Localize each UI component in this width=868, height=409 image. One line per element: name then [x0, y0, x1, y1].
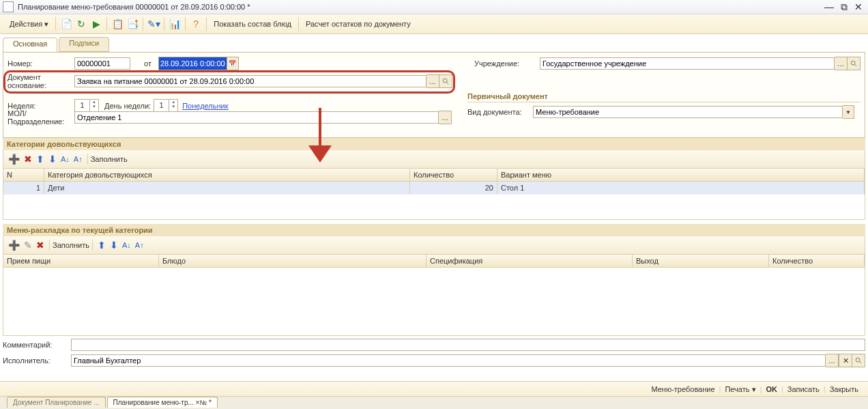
doc-basis-input[interactable]	[74, 75, 426, 87]
menu-toolbar: ➕ ✎ ✖ Заполнить ⬆ ⬇ A↓ A↑	[3, 236, 865, 255]
doc-type-dropdown[interactable]: ▼	[843, 105, 854, 119]
comment-input[interactable]	[71, 339, 865, 351]
mol-input[interactable]	[74, 111, 439, 124]
executor-ellipsis[interactable]: …	[826, 354, 839, 367]
refresh-icon[interactable]: ↻	[75, 18, 87, 30]
status-tab[interactable]: Документ Планирование ...	[7, 397, 106, 408]
calc-balances-button[interactable]: Расчет остатков по документу	[302, 18, 415, 29]
status-tab-active[interactable]: Планирование меню-тр... ×№ *	[107, 397, 218, 408]
from-label: от	[144, 59, 151, 68]
col-qty[interactable]: Количество	[769, 255, 865, 267]
close-button[interactable]: Закрыть	[830, 385, 858, 393]
search-icon	[442, 78, 449, 85]
menu-fill-button[interactable]: Заполнить	[53, 241, 89, 249]
executor-input[interactable]	[71, 354, 826, 367]
close-icon[interactable]: ✕	[854, 2, 863, 12]
svg-line-3	[447, 83, 449, 85]
sort-desc-icon[interactable]: A↑	[74, 154, 83, 164]
add-icon[interactable]: ➕	[8, 154, 20, 164]
move-down-icon[interactable]: ⬇	[110, 240, 118, 250]
delete-icon[interactable]: ✖	[36, 240, 44, 250]
executor-clear[interactable]: ✕	[839, 354, 852, 367]
move-up-icon[interactable]: ⬆	[98, 240, 106, 250]
actions-button[interactable]: Действия ▾	[5, 18, 53, 30]
categories-toolbar: ➕ ✖ ⬆ ⬇ A↓ A↑ Заполнить	[3, 150, 865, 169]
svg-line-7	[860, 362, 862, 364]
help-icon[interactable]: ?	[190, 18, 202, 30]
save-button[interactable]: Записать	[787, 385, 820, 393]
executor-label: Исполнитель:	[3, 356, 71, 365]
sort-desc-icon[interactable]: A↑	[135, 240, 144, 250]
copy-icon[interactable]: 📋	[111, 18, 124, 30]
cats-fill-button[interactable]: Заполнить	[91, 155, 128, 163]
categories-grid: N Категория довольствующихся Количество …	[3, 169, 865, 220]
doc-type-label: Вид документа:	[467, 108, 533, 116]
date-input[interactable]: 28.09.2016 0:00:00	[158, 57, 227, 70]
primary-doc-block: Первичный документ Вид документа: ▼	[467, 92, 860, 119]
svg-point-0	[851, 61, 855, 65]
sort-asc-icon[interactable]: A↓	[61, 154, 70, 164]
doc-type-input[interactable]	[533, 106, 843, 118]
comment-label: Комментарий:	[3, 341, 71, 349]
institution-ellipsis[interactable]: …	[835, 57, 848, 70]
number-input[interactable]	[74, 57, 130, 70]
doc-basis-label: Документоснование:	[8, 73, 74, 89]
show-dishes-button[interactable]: Показать состав блюд	[209, 18, 295, 29]
document-icon	[3, 1, 14, 12]
go-icon[interactable]: ▶	[90, 18, 102, 30]
weekday-spinner[interactable]: 1▲▼	[154, 99, 178, 113]
minimize-icon[interactable]: —	[824, 2, 834, 12]
add-icon[interactable]: ➕	[8, 240, 20, 250]
mol-label: МОЛ/Подразделение:	[8, 109, 74, 126]
header-panel: Номер: от 28.09.2016 0:00:00 📅 Учреждени…	[3, 52, 865, 138]
restore-icon[interactable]: ⧉	[841, 2, 848, 12]
doc-basis-ellipsis[interactable]: …	[426, 74, 439, 88]
doc-basis-search[interactable]	[439, 74, 452, 88]
mol-ellipsis[interactable]: …	[439, 111, 452, 124]
tab-main[interactable]: Основная	[3, 38, 57, 53]
col-meal[interactable]: Прием пищи	[3, 255, 159, 267]
svg-point-6	[856, 358, 860, 362]
number-label: Номер:	[8, 59, 74, 68]
svg-point-2	[443, 79, 447, 83]
print-button[interactable]: Печать ▾	[725, 385, 755, 394]
nav-icon[interactable]: ✎▾	[147, 18, 160, 30]
executor-search[interactable]	[852, 354, 865, 367]
calendar-icon[interactable]: 📅	[227, 57, 239, 70]
save-icon[interactable]: 📄	[60, 18, 72, 30]
delete-icon[interactable]: ✖	[24, 154, 32, 164]
categories-header: Категории довольствующихся	[3, 138, 865, 150]
col-qty[interactable]: Количество	[410, 169, 497, 181]
paste-icon[interactable]: 📑	[126, 18, 139, 30]
col-dish[interactable]: Блюдо	[159, 255, 426, 267]
table-row[interactable]: 1 Дети 20 Стол 1	[3, 182, 865, 195]
move-up-icon[interactable]: ⬆	[36, 154, 44, 164]
search-icon	[850, 60, 857, 67]
week-spinner[interactable]: 1▲▼	[74, 99, 99, 113]
sort-asc-icon[interactable]: A↓	[122, 240, 131, 250]
institution-label: Учреждение:	[474, 59, 540, 68]
status-tabs: Документ Планирование ... Планирование м…	[0, 396, 868, 409]
report-icon[interactable]: 📊	[169, 18, 181, 30]
window-title: Планирование меню-требования 00000001 от…	[18, 3, 824, 11]
col-out[interactable]: Выход	[633, 255, 769, 267]
menu-grid: Прием пищи Блюдо Спецификация Выход Коли…	[3, 255, 865, 336]
svg-line-1	[855, 65, 857, 67]
tab-signatures[interactable]: Подписи	[59, 37, 109, 52]
institution-input[interactable]	[540, 57, 835, 70]
command-bar: Меню-требование | Печать ▾ | OK | Записа…	[0, 381, 868, 397]
institution-search[interactable]	[848, 57, 860, 70]
edit-icon[interactable]: ✎	[24, 240, 32, 250]
col-spec[interactable]: Спецификация	[426, 255, 633, 267]
weekday-link[interactable]: Понедельник	[182, 102, 228, 110]
col-variant[interactable]: Вариант меню	[497, 169, 865, 181]
menu-layout-header: Меню-раскладка по текущей категории	[3, 224, 865, 236]
tab-strip: Основная Подписи	[3, 37, 865, 52]
move-down-icon[interactable]: ⬇	[48, 154, 57, 164]
col-n[interactable]: N	[3, 169, 44, 181]
col-category[interactable]: Категория довольствующихся	[44, 169, 410, 181]
primary-doc-header: Первичный документ	[467, 92, 860, 102]
ok-button[interactable]: OK	[766, 385, 777, 393]
menu-req-button[interactable]: Меню-требование	[651, 385, 714, 393]
toolbar: Действия ▾ 📄 ↻ ▶ 📋 📑 ✎▾ 📊 ? Показать сос…	[0, 14, 868, 34]
